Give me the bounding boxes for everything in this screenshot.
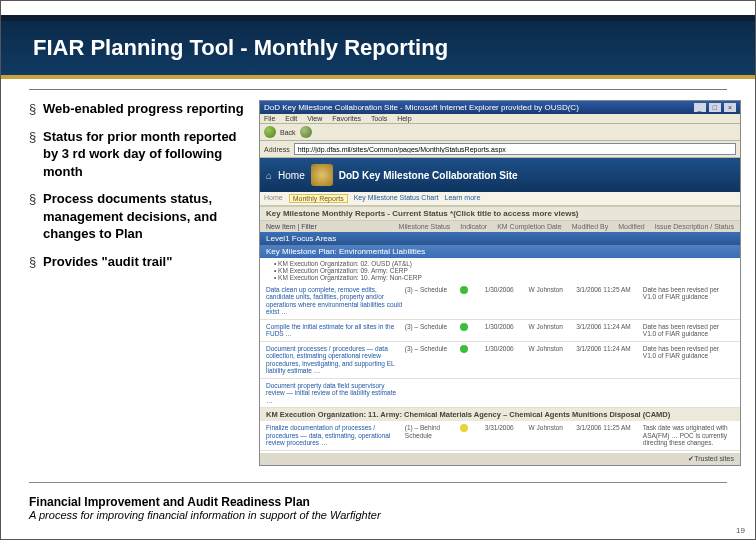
address-label: Address [264, 146, 290, 153]
page-tabs: Home Monthly Reports Key Milestone Statu… [260, 192, 740, 206]
footer: Financial Improvement and Audit Readines… [29, 495, 727, 521]
menu-bar[interactable]: File Edit View Favorites Tools Help [260, 114, 740, 124]
row-indicator [460, 424, 483, 433]
menu-favorites[interactable]: Favorites [332, 115, 361, 122]
site-title: DoD Key Milestone Collaboration Site [339, 170, 518, 181]
table-row[interactable]: Finalize documentation of processes / pr… [260, 421, 740, 450]
close-icon[interactable]: × [724, 103, 736, 112]
back-icon[interactable] [264, 126, 276, 138]
bullet-item: Web-enabled progress reporting [29, 100, 249, 118]
bullet-list: Web-enabled progress reporting Status fo… [29, 100, 249, 466]
row-sched: (3) – Schedule [405, 286, 458, 293]
col-date: KM Completion Date [497, 223, 562, 230]
row-by: W Johnston [529, 424, 575, 431]
site-banner: ⌂ Home DoD Key Milestone Collaboration S… [260, 158, 740, 192]
table-row[interactable]: Compile the initial estimate for all sit… [260, 320, 740, 342]
row-issue: Date has been revised per V1.0 of FIAR g… [643, 286, 734, 301]
bullet-item: Process documents status, management dec… [29, 190, 249, 243]
tab-monthly[interactable]: Monthly Reports [289, 194, 348, 203]
row-desc[interactable]: Document property data field supervisory… [266, 382, 403, 404]
crest-icon [311, 164, 333, 186]
menu-tools[interactable]: Tools [371, 115, 387, 122]
row-date: 1/30/2006 [485, 286, 527, 293]
tab-home[interactable]: Home [264, 194, 283, 203]
row-issue: Date has been revised per V1.0 of FIAR g… [643, 323, 734, 338]
menu-file[interactable]: File [264, 115, 275, 122]
row-mod: 3/1/2006 11:25 AM [576, 286, 641, 293]
col-indicator: Indicator [460, 223, 487, 230]
window-controls: _ □ × [693, 103, 736, 112]
indicator-yellow-icon [460, 424, 468, 432]
footer-rule [29, 482, 727, 483]
row-mod: 3/1/2006 11:24 AM [576, 323, 641, 330]
row-mod: 3/1/2006 11:24 AM [576, 345, 641, 352]
section-header: Key Milestone Monthly Reports - Current … [260, 206, 740, 221]
new-item-link[interactable]: New Item | Filter [266, 223, 317, 230]
indicator-green-icon [460, 286, 468, 294]
row-by: W Johnston [529, 345, 575, 352]
title-rule [29, 89, 727, 90]
slide: FIAR Planning Tool - Monthly Reporting W… [0, 0, 756, 540]
row-date: 1/30/2006 [485, 345, 527, 352]
bullet-item: Provides "audit trail" [29, 253, 249, 271]
window-title: DoD Key Milestone Collaboration Site - M… [264, 103, 579, 112]
title-band: FIAR Planning Tool - Monthly Reporting [1, 15, 755, 79]
row-indicator [460, 323, 483, 332]
row-desc[interactable]: Document processes / procedures — data c… [266, 345, 403, 375]
row-issue: Date has been revised per V1.0 of FIAR g… [643, 345, 734, 360]
page-number: 19 [736, 526, 745, 535]
org-item: KM Execution Organization: 02. OUSD (AT&… [274, 260, 726, 267]
indicator-green-icon [460, 323, 468, 331]
status-bar: ✔ Trusted sites [260, 453, 740, 465]
address-input[interactable] [294, 143, 736, 155]
home-icon[interactable]: ⌂ [266, 170, 272, 181]
slide-title: FIAR Planning Tool - Monthly Reporting [33, 35, 755, 61]
col-modby: Modified By [572, 223, 609, 230]
focus-area-header: Level1 Focus Areas [260, 232, 740, 245]
row-indicator [460, 286, 483, 295]
list-toolbar: New Item | Filter Milestone Status Indic… [260, 221, 740, 232]
forward-icon[interactable] [300, 126, 312, 138]
row-mod: 3/1/2006 11:25 AM [576, 424, 641, 431]
menu-view[interactable]: View [307, 115, 322, 122]
org-item: KM Execution Organization: 09. Army: CER… [274, 267, 726, 274]
plan-header: Key Milestone Plan: Environmental Liabil… [260, 245, 740, 258]
row-by: W Johnston [529, 323, 575, 330]
row-desc[interactable]: Finalize documentation of processes / pr… [266, 424, 403, 446]
browser-screenshot: DoD Key Milestone Collaboration Site - M… [259, 100, 741, 466]
window-titlebar: DoD Key Milestone Collaboration Site - M… [260, 101, 740, 114]
tab-learn-more[interactable]: Learn more [444, 194, 480, 203]
menu-edit[interactable]: Edit [285, 115, 297, 122]
row-desc[interactable]: Compile the initial estimate for all sit… [266, 323, 403, 338]
row-sched: (3) – Schedule [405, 345, 458, 352]
nav-toolbar: Back [260, 124, 740, 141]
col-status: Milestone Status [399, 223, 451, 230]
row-sched: (3) – Schedule [405, 323, 458, 330]
col-issue: Issue Description / Status [655, 223, 734, 230]
footer-title: Financial Improvement and Audit Readines… [29, 495, 727, 509]
address-bar: Address [260, 141, 740, 158]
row-issue: Task date was originated with ASA(FM) … … [643, 424, 734, 446]
row-by: W Johnston [529, 286, 575, 293]
menu-help[interactable]: Help [397, 115, 411, 122]
tab-status-chart[interactable]: Key Milestone Status Chart [354, 194, 439, 203]
org2-header: KM Execution Organization: 11. Army: Che… [260, 408, 740, 421]
row-date: 1/30/2006 [485, 323, 527, 330]
table-row[interactable]: Data clean up complete, remove edits, ca… [260, 283, 740, 320]
status-text: Trusted sites [694, 455, 734, 463]
row-desc[interactable]: Data clean up complete, remove edits, ca… [266, 286, 403, 316]
table-row[interactable]: Document processes / procedures — data c… [260, 342, 740, 379]
column-headers: Milestone Status Indicator KM Completion… [391, 223, 734, 230]
indicator-green-icon [460, 345, 468, 353]
org-list: KM Execution Organization: 02. OUSD (AT&… [260, 258, 740, 283]
home-link[interactable]: Home [278, 170, 305, 181]
row-indicator [460, 345, 483, 354]
minimize-icon[interactable]: _ [694, 103, 706, 112]
back-label[interactable]: Back [280, 129, 296, 136]
footer-subtitle: A process for improving financial inform… [29, 509, 727, 521]
org-item: KM Execution Organization: 10. Army: Non… [274, 274, 726, 281]
table-row[interactable]: Document property data field supervisory… [260, 379, 740, 408]
row-date: 3/31/2006 [485, 424, 527, 431]
maximize-icon[interactable]: □ [709, 103, 721, 112]
col-modified: Modified [618, 223, 644, 230]
